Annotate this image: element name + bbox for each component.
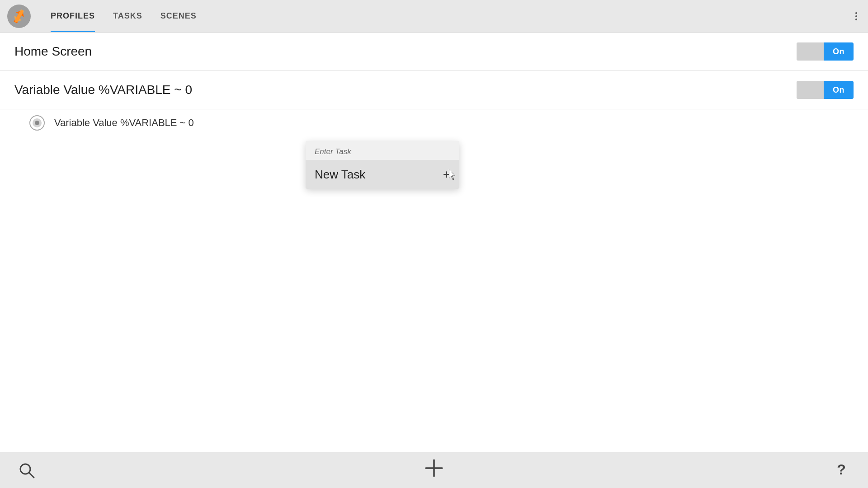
app-logo[interactable]: [7, 5, 31, 28]
popup-header: Enter Task: [306, 141, 459, 160]
search-button[interactable]: [18, 462, 35, 479]
toggle-variable[interactable]: On: [797, 81, 854, 99]
tab-profiles[interactable]: PROFILES: [42, 0, 104, 32]
profile-row-variable: Variable Value %VARIABLE ~ 0 On: [0, 71, 868, 109]
toggle-home-screen[interactable]: On: [797, 42, 854, 61]
bottom-bar: ?: [0, 452, 868, 488]
toggle-off-home-screen: [797, 42, 824, 61]
enter-task-popup: Enter Task New Task +: [306, 141, 459, 189]
new-task-item[interactable]: New Task +: [306, 160, 459, 189]
top-nav-bar: PROFILES TASKS SCENES: [0, 0, 868, 33]
toggle-off-variable: [797, 81, 824, 99]
sub-item-icon: [29, 115, 45, 131]
new-task-plus-icon: +: [443, 167, 450, 182]
main-content: Home Screen On Variable Value %VARIABLE …: [0, 33, 868, 136]
help-button[interactable]: ?: [833, 462, 850, 479]
tab-scenes[interactable]: SCENES: [151, 0, 206, 32]
sub-item-row: Variable Value %VARIABLE ~ 0: [0, 109, 868, 136]
profile-row-home-screen: Home Screen On: [0, 33, 868, 71]
svg-point-2: [35, 121, 39, 125]
tab-tasks[interactable]: TASKS: [104, 0, 151, 32]
dot-1: [855, 12, 857, 14]
add-button[interactable]: [424, 458, 444, 483]
toggle-on-variable[interactable]: On: [824, 81, 854, 99]
profile-name-home-screen: Home Screen: [14, 44, 797, 59]
nav-tabs: PROFILES TASKS SCENES: [42, 0, 852, 32]
svg-text:?: ?: [837, 462, 846, 478]
toggle-on-home-screen[interactable]: On: [824, 42, 854, 61]
new-task-label: New Task: [315, 168, 365, 182]
svg-line-4: [29, 473, 34, 478]
dot-3: [855, 19, 857, 20]
profile-name-variable: Variable Value %VARIABLE ~ 0: [14, 83, 797, 97]
sub-item-label: Variable Value %VARIABLE ~ 0: [54, 117, 194, 129]
dot-2: [855, 15, 857, 17]
more-menu-button[interactable]: [852, 9, 861, 24]
